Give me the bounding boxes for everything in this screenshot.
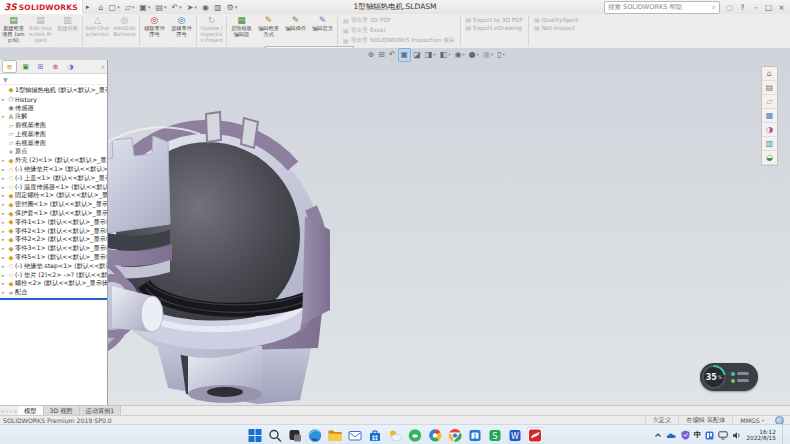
save-icon[interactable]: ▣▾ [137,1,152,13]
dropdown-arrow-icon[interactable]: ▾ [448,52,450,57]
dropdown-arrow-icon[interactable]: ▾ [433,52,435,57]
configurationmanager-tab-icon[interactable]: ⊞ [34,61,47,72]
ime-grid-icon[interactable] [705,431,714,440]
zoom-fit-icon[interactable]: ⊕ [366,49,376,61]
help-icon[interactable]: ? [736,3,749,12]
weather-app[interactable] [387,427,404,444]
forum-icon[interactable]: ◒ [762,151,777,165]
reader-app[interactable] [467,427,484,444]
onedrive-icon[interactable] [666,431,677,440]
tree-item[interactable]: ▸◇(-) 温度传感器<1> (默认<<默认>_ [0,183,107,192]
dropdown-arrow-icon[interactable]: ▾ [462,52,464,57]
microsoft-store[interactable] [367,427,384,444]
view-palette-icon[interactable]: ▦ [762,109,777,123]
ribbon-button[interactable]: ◎选择零件序号 [168,14,195,48]
previous-view-icon[interactable]: ↶ [387,49,397,61]
tree-item[interactable]: ▸◇(-) 绝缘垫片<1> (默认<<默认>_显 [0,165,107,174]
dropdown-arrow-icon[interactable]: ▾ [235,4,238,10]
tree-item[interactable]: ▸◆螺栓<2> (默认<<默认>_显示状态 [0,280,107,289]
start-button[interactable] [247,427,264,444]
edge-browser[interactable] [307,427,324,444]
dimxpert-tab-icon[interactable]: ⊕ [49,61,62,72]
recorder-overlay[interactable]: 35% [700,363,758,391]
panel-overflow-icon[interactable]: » [101,63,105,70]
new-file-icon[interactable]: ▢▾ [107,1,122,13]
appearances-icon[interactable]: ◑ [762,123,777,137]
view-orientation-icon[interactable]: ◨▾ [423,49,437,61]
file-explorer-icon[interactable]: ▱ [762,95,777,109]
tree-item[interactable]: ▸◆固定螺栓<1> (默认<<默认>_显示 [0,192,107,201]
section-view-icon[interactable]: ▣ [398,48,411,62]
ribbon-button[interactable]: ▤新建检查项目 (amp;N) [0,14,27,48]
login-icon[interactable]: ◌ [723,3,736,12]
monitor-status-icon[interactable] [718,431,728,440]
overlay-settings-control[interactable] [731,379,749,383]
search-button[interactable] [267,427,284,444]
displaymanager-tab-icon[interactable]: ◑ [64,61,77,72]
ribbon-button[interactable]: ▦启动模板编辑器 [228,14,255,48]
tree-item[interactable]: ▸◆零件1<1> (默认<<默认>_显示状= [0,218,107,227]
green-app[interactable] [407,427,424,444]
s-green-app[interactable]: S [487,427,504,444]
tree-item[interactable]: ▸◆零件2<1> (默认<<默认>_显示状 [0,227,107,236]
restore-icon[interactable]: □ [762,3,775,12]
tree-item[interactable]: ◆1型轴辐热电机 (默认<默认>_显示状态-1 [0,86,107,95]
featuremanager-tab-icon[interactable]: ≡ [2,60,17,73]
ribbon-button[interactable]: ✎编辑宏方 [309,14,336,48]
tree-item[interactable]: ▸A注解 [0,112,107,121]
ribbon-button[interactable]: ✎编辑检查方式 [255,14,282,48]
tree-item[interactable]: ▱上视基准面 [0,130,107,139]
file-explorer[interactable] [327,427,344,444]
tree-item[interactable]: ▱前视基准面 [0,121,107,130]
ribbon-button[interactable]: ✎编辑操作 [282,14,309,48]
overlay-record-control[interactable] [731,372,749,376]
design-library-icon[interactable]: ▤ [762,81,777,95]
taskbar-clock[interactable]: 16:12 2022/8/15 [746,429,776,442]
propertymanager-tab-icon[interactable]: ▣ [19,61,32,72]
task-view-button[interactable] [287,427,304,444]
ribbon-button[interactable]: ◎移除零件序号 [141,14,168,48]
filter-dropdown-icon[interactable]: · [10,76,12,83]
tray-chevron-icon[interactable] [654,431,662,439]
tree-item[interactable]: ▱右视基准面 [0,139,107,148]
close-icon[interactable]: × [775,3,788,12]
dropdown-arrow-icon[interactable]: ▾ [491,52,493,57]
rollback-bar[interactable] [0,298,107,300]
dropdown-arrow-icon[interactable]: ▾ [194,4,197,10]
dropdown-arrow-icon[interactable]: ▾ [179,4,182,10]
dropdown-arrow-icon[interactable]: ▾ [164,4,167,10]
tree-item[interactable]: ▸◇(-) 绝缘垫.step<1> (默认<<默认> [0,262,107,271]
home-icon[interactable]: ⌂ [96,1,105,13]
graphics-viewport[interactable]: ⊕⊞↶▣◪◨▾◧▾◉▾●▾◎▾▯▾ ⌂▤▱▦◑▥◒ [0,48,790,405]
search-icon[interactable]: ⌕ [712,3,716,11]
tree-item[interactable]: ◉传感器 [0,104,107,113]
resources-home-icon[interactable]: ⌂ [762,67,777,81]
dropdown-arrow-icon[interactable]: ▾ [132,4,135,10]
custom-properties-icon[interactable]: ▥ [762,137,777,151]
print-icon[interactable]: ▤▾ [153,1,168,13]
tree-item[interactable]: ▸◆零件3<1> (默认<<默认>_显示状 [0,244,107,253]
progress-ball[interactable]: 35% [701,364,727,390]
tree-item[interactable]: ▸◆密封圈<1> (默认<<默认>_显示状 [0,200,107,209]
file-properties-icon[interactable]: ▥ [212,1,224,13]
search-input[interactable]: 搜索 SOLIDWORKS 帮助 ⌕ [604,1,720,14]
ime-language-indicator[interactable]: 中 [694,430,702,440]
tree-item[interactable]: ▸◆零件5<1> (默认<<默认>_显示状 [0,253,107,262]
tree-item[interactable]: ▸◷History [0,95,107,104]
solidworks-app[interactable] [527,427,544,444]
select-icon[interactable]: ➤▾ [185,1,199,13]
dropdown-arrow-icon[interactable]: ▾ [503,52,505,57]
options-icon[interactable]: ⚙▾ [224,1,239,13]
mail-app[interactable] [347,427,364,444]
pinwheel-app[interactable] [427,427,444,444]
tree-item[interactable]: ▸◆外壳 (2)<1> (默认<<默认>_显示状 [0,156,107,165]
tree-item[interactable]: ▸◆零件2<2> (默认<<默认>_显示状 [0,236,107,245]
tree-filter[interactable]: ▼ · [0,74,107,85]
tree-item[interactable]: ▸◇(-) 垫片 (2)<2> ->? (默认<<默认> [0,271,107,280]
tree-item[interactable]: +原点 [0,148,107,157]
annotation-view-icon[interactable]: ◪ [412,49,423,61]
display-style-icon[interactable]: ◧▾ [438,49,452,61]
edit-appearance-icon[interactable]: ●▾ [467,49,480,61]
show-desktop-button[interactable] [782,425,786,444]
zoom-area-icon[interactable]: ⊞ [377,49,387,61]
